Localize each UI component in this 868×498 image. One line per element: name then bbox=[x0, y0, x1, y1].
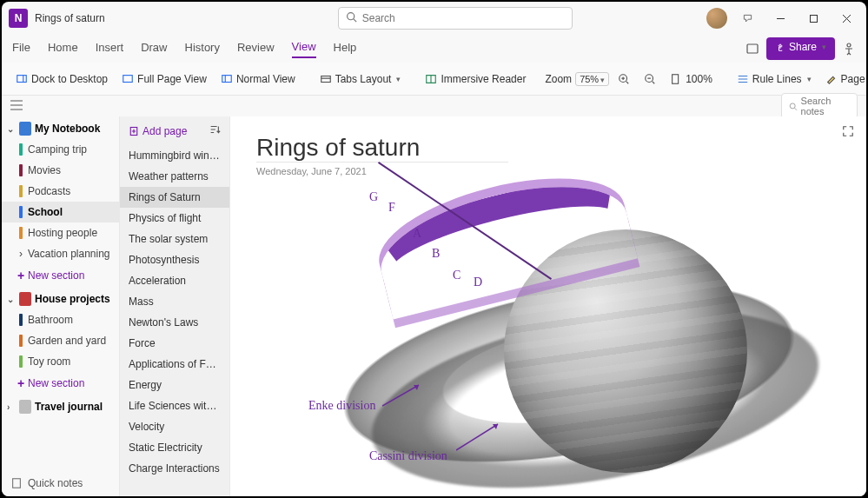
svg-line-1 bbox=[354, 19, 356, 22]
menu-help[interactable]: Help bbox=[334, 41, 357, 57]
menu-insert[interactable]: Insert bbox=[96, 41, 124, 57]
feedback-icon[interactable] bbox=[734, 5, 760, 31]
svg-line-38 bbox=[382, 385, 419, 406]
svg-line-20 bbox=[653, 81, 655, 83]
svg-rect-6 bbox=[747, 44, 758, 53]
section-item[interactable]: Toy room bbox=[2, 351, 119, 372]
menu-draw[interactable]: Draw bbox=[141, 41, 167, 57]
section-item[interactable]: Bathroom bbox=[2, 309, 119, 330]
label-cassini: Cassini division bbox=[369, 449, 447, 463]
search-icon bbox=[346, 10, 357, 26]
ribbon-view: Dock to Desktop Full Page View Normal Vi… bbox=[2, 63, 866, 96]
page-item[interactable]: Hummingbird wing… bbox=[120, 145, 229, 166]
user-avatar[interactable] bbox=[706, 8, 727, 29]
section-item[interactable]: Garden and yard bbox=[2, 330, 119, 351]
page-item[interactable]: Mass bbox=[120, 291, 229, 312]
search-bar[interactable] bbox=[338, 7, 573, 30]
add-page-button[interactable]: Add page bbox=[129, 125, 187, 137]
share-label: Share bbox=[789, 41, 817, 56]
normal-view-button[interactable]: Normal View bbox=[215, 70, 301, 89]
page-title[interactable]: Rings of saturn bbox=[256, 134, 508, 163]
feed-icon[interactable] bbox=[745, 42, 759, 56]
chevron-down-icon: ▾ bbox=[807, 75, 812, 83]
label-enke: Enke division bbox=[308, 399, 375, 413]
rule-lines-button[interactable]: Rule Lines▾ bbox=[732, 70, 817, 89]
full-page-view-button[interactable]: Full Page View bbox=[116, 70, 212, 89]
section-item[interactable]: ›Vacation planning bbox=[2, 243, 119, 264]
search-input[interactable] bbox=[362, 12, 565, 24]
menu-history[interactable]: History bbox=[185, 41, 220, 57]
page-item[interactable]: Energy bbox=[120, 375, 229, 395]
sort-pages-button[interactable] bbox=[209, 123, 221, 138]
page-item[interactable]: Physics of flight bbox=[120, 208, 229, 229]
svg-point-29 bbox=[790, 103, 795, 108]
zoom-in-button[interactable] bbox=[613, 70, 635, 89]
pages-panel: Add page Hummingbird wing…Weather patter… bbox=[119, 116, 230, 496]
page-item[interactable]: Acceleration bbox=[120, 270, 229, 291]
new-section-button[interactable]: +New section bbox=[2, 264, 119, 287]
svg-rect-31 bbox=[13, 479, 21, 488]
page-item[interactable]: Force bbox=[120, 333, 229, 354]
expand-page-button[interactable] bbox=[842, 125, 854, 141]
menu-review[interactable]: Review bbox=[237, 41, 275, 57]
page-color-button[interactable]: Page Color▾ bbox=[820, 70, 866, 89]
svg-point-7 bbox=[847, 43, 851, 47]
section-item[interactable]: Podcasts bbox=[2, 181, 119, 202]
svg-rect-13 bbox=[321, 76, 330, 82]
zoom-label: Zoom bbox=[545, 73, 572, 85]
new-section-button[interactable]: +New section bbox=[2, 372, 119, 395]
share-button[interactable]: Share ▾ bbox=[766, 37, 835, 60]
page-item[interactable]: The solar system bbox=[120, 229, 229, 249]
svg-rect-10 bbox=[123, 75, 133, 82]
section-item[interactable]: School bbox=[2, 202, 119, 222]
page-item[interactable]: Life Sciences with Ene… bbox=[120, 395, 229, 416]
arrow-enke bbox=[382, 382, 426, 408]
section-item[interactable]: Camping trip bbox=[2, 139, 119, 160]
maximize-button[interactable] bbox=[800, 5, 826, 31]
svg-point-0 bbox=[347, 13, 354, 20]
page-item[interactable]: Photosynthesis bbox=[120, 249, 229, 270]
page-item[interactable]: Applications of Force bbox=[120, 354, 229, 375]
accessibility-icon[interactable] bbox=[842, 42, 856, 56]
page-item[interactable]: Static Electricity bbox=[120, 437, 229, 458]
label-a: A bbox=[413, 227, 421, 241]
main-content: ⌄My NotebookCamping tripMoviesPodcastsSc… bbox=[2, 116, 866, 496]
menu-home[interactable]: Home bbox=[48, 41, 78, 57]
title-bar: N Rings of saturn bbox=[2, 2, 866, 35]
page-item[interactable]: Charge Interactions bbox=[120, 458, 229, 479]
chevron-down-icon: ▾ bbox=[396, 75, 401, 83]
search-notes-input[interactable]: Search notes bbox=[781, 93, 858, 119]
section-item[interactable]: Movies bbox=[2, 160, 119, 181]
zoom-100-button[interactable]: 100% bbox=[665, 70, 718, 89]
page-date: Wednesday, June 7, 2021 bbox=[256, 166, 840, 176]
nav-toggle-button[interactable] bbox=[10, 98, 23, 114]
zoom-percent[interactable]: 75%▾ bbox=[575, 72, 609, 86]
section-item[interactable]: Hosting people bbox=[2, 222, 119, 243]
menu-view[interactable]: View bbox=[292, 40, 316, 58]
window-title: Rings of saturn bbox=[35, 12, 105, 24]
close-button[interactable] bbox=[833, 5, 859, 31]
page-item[interactable]: Weather patterns bbox=[120, 166, 229, 187]
dock-to-desktop-button[interactable]: Dock to Desktop bbox=[10, 70, 113, 89]
page-item[interactable]: Rings of Saturn bbox=[120, 187, 229, 208]
svg-line-30 bbox=[795, 108, 797, 110]
label-d: D bbox=[474, 276, 482, 289]
util-row: Search notes bbox=[2, 96, 866, 116]
page-item[interactable]: Velocity bbox=[120, 416, 229, 437]
minimize-button[interactable] bbox=[767, 5, 793, 31]
quick-notes-button[interactable]: Quick notes bbox=[2, 470, 119, 496]
app-icon: N bbox=[9, 9, 28, 28]
svg-line-16 bbox=[626, 81, 629, 83]
notebook-header[interactable]: ⌄House projects bbox=[2, 287, 119, 309]
notebook-header[interactable]: ›Travel journal bbox=[2, 395, 119, 417]
label-f: F bbox=[388, 201, 395, 215]
label-c: C bbox=[453, 269, 461, 282]
notebook-header[interactable]: ⌄My Notebook bbox=[2, 116, 119, 139]
page-canvas[interactable]: Rings of saturn Wednesday, June 7, 2021 … bbox=[230, 116, 866, 496]
saturn-drawing: G F A B C D Enke division Cassini divisi… bbox=[300, 199, 838, 496]
immersive-reader-button[interactable]: Immersive Reader bbox=[420, 70, 531, 89]
menu-file[interactable]: File bbox=[12, 41, 30, 57]
tabs-layout-button[interactable]: Tabs Layout▾ bbox=[315, 70, 407, 89]
zoom-out-button[interactable] bbox=[639, 70, 661, 89]
page-item[interactable]: Newton's Laws bbox=[120, 312, 229, 333]
